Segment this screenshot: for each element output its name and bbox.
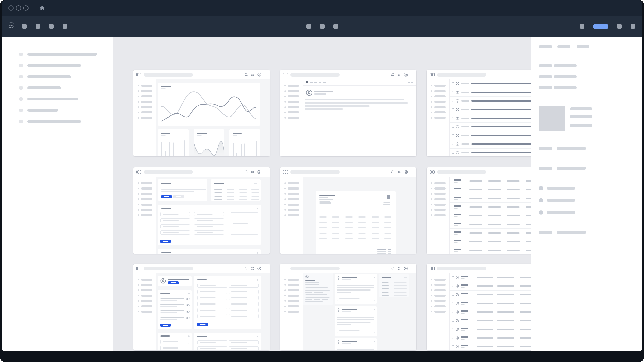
toolbar-center-button[interactable] bbox=[306, 24, 311, 29]
details-card bbox=[194, 276, 261, 329]
layer-icon bbox=[19, 86, 23, 90]
figma-logo-icon[interactable] bbox=[8, 22, 14, 31]
nav-label-placeholder bbox=[434, 193, 446, 195]
detail-placeholder bbox=[394, 292, 407, 293]
wf-nav-item bbox=[427, 88, 449, 94]
chart-bar bbox=[165, 151, 166, 156]
canvas-frame-email-detail[interactable] bbox=[280, 70, 416, 156]
text-line bbox=[337, 324, 375, 326]
sidebar-item[interactable] bbox=[19, 86, 113, 90]
sidebar-item[interactable] bbox=[19, 53, 113, 56]
sidebar-item[interactable] bbox=[19, 109, 113, 112]
sidebar-item[interactable] bbox=[19, 75, 113, 78]
wf-main bbox=[156, 177, 270, 254]
toolbar-right-button[interactable] bbox=[631, 24, 635, 29]
wf-nav-item bbox=[427, 115, 449, 120]
cell-placeholder bbox=[507, 232, 520, 234]
user-avatar-icon bbox=[456, 319, 459, 322]
cell-placeholder bbox=[345, 233, 353, 234]
wf-mini-sidebar bbox=[280, 273, 303, 350]
checkbox-icon bbox=[452, 152, 454, 154]
canvas-frame-analytics-dashboard[interactable] bbox=[133, 70, 270, 156]
wf-nav-item bbox=[427, 298, 449, 303]
bar-chart bbox=[161, 140, 185, 156]
inspector-tab[interactable] bbox=[577, 45, 589, 48]
wf-nav-item bbox=[427, 196, 449, 202]
nav-dot bbox=[284, 188, 286, 189]
wf-nav-item bbox=[280, 191, 303, 196]
canvas-frame-social-feed[interactable] bbox=[280, 264, 416, 350]
property-value-placeholder bbox=[557, 231, 586, 234]
share-button[interactable] bbox=[593, 24, 608, 29]
nav-label-placeholder bbox=[434, 111, 446, 113]
apps-grid-icon bbox=[398, 170, 401, 174]
inspector-tab[interactable] bbox=[539, 45, 552, 48]
wf-nav-item bbox=[280, 88, 303, 94]
wf-nav-item bbox=[280, 287, 303, 293]
invoice-meta-placeholder bbox=[319, 197, 328, 198]
sidebar-item[interactable] bbox=[19, 97, 113, 101]
style-row[interactable] bbox=[539, 186, 633, 198]
canvas-frame-invoice[interactable] bbox=[280, 167, 416, 254]
wf-nav-item bbox=[280, 277, 303, 282]
toolbar-tool-button[interactable] bbox=[22, 24, 27, 29]
nav-dot bbox=[284, 311, 286, 312]
text-line-placeholder bbox=[337, 287, 374, 288]
input-field bbox=[197, 346, 227, 350]
nav-label-placeholder bbox=[288, 305, 299, 307]
toolbar-right-button[interactable] bbox=[617, 24, 622, 29]
cell-placeholder bbox=[477, 320, 493, 321]
canvas-frame-settings-forms[interactable] bbox=[133, 167, 270, 254]
nav-label-placeholder bbox=[288, 284, 299, 286]
cell-placeholder bbox=[251, 189, 259, 190]
cell-placeholder bbox=[488, 206, 501, 208]
toolbar-tool-button[interactable] bbox=[63, 24, 67, 29]
toolbar-center-button[interactable] bbox=[333, 24, 338, 29]
cell-title-placeholder bbox=[454, 240, 461, 241]
canvas-frame-profile-settings[interactable] bbox=[133, 264, 270, 350]
card-menu-dot bbox=[374, 309, 375, 310]
input-field bbox=[197, 314, 227, 318]
nav-label-placeholder bbox=[434, 187, 446, 190]
nav-label-placeholder bbox=[434, 289, 446, 291]
nav-dot bbox=[138, 85, 139, 86]
toolbar-right-button[interactable] bbox=[580, 24, 584, 29]
profile-panel bbox=[303, 273, 333, 305]
name-placeholder bbox=[461, 336, 468, 338]
logo-square bbox=[387, 195, 390, 199]
post-meta-placeholder bbox=[342, 311, 351, 312]
nav-dot bbox=[431, 188, 432, 189]
wf-nav-item bbox=[280, 94, 303, 99]
sidebar-item[interactable] bbox=[19, 120, 113, 123]
search-pill-placeholder bbox=[437, 170, 486, 174]
style-row[interactable] bbox=[539, 198, 633, 210]
style-row[interactable] bbox=[539, 210, 633, 223]
checkbox-icon bbox=[452, 276, 454, 278]
toolbar-tool-button[interactable] bbox=[49, 24, 54, 29]
toggle-icon bbox=[186, 298, 190, 300]
cell-title-placeholder bbox=[454, 197, 461, 198]
window-control-minimize[interactable] bbox=[16, 5, 21, 11]
nav-dot bbox=[284, 300, 286, 302]
toolbar-tool-button[interactable] bbox=[36, 24, 40, 29]
window-control-maximize[interactable] bbox=[23, 5, 29, 11]
sidebar-item[interactable] bbox=[19, 64, 113, 67]
nav-dot bbox=[138, 295, 139, 296]
wf-nav-item bbox=[427, 104, 449, 110]
nav-dot bbox=[431, 214, 432, 216]
nav-dot bbox=[284, 193, 286, 195]
nav-label-placeholder bbox=[141, 111, 152, 113]
home-icon[interactable] bbox=[39, 5, 45, 11]
text-line-placeholder bbox=[337, 317, 374, 318]
preview-swatch[interactable] bbox=[539, 106, 565, 131]
apps-grid-icon bbox=[398, 267, 401, 270]
suggestion-row bbox=[382, 288, 407, 291]
window-control-close[interactable] bbox=[8, 5, 14, 11]
nav-label-placeholder bbox=[288, 117, 299, 119]
nav-label-placeholder bbox=[141, 187, 152, 190]
toolbar-center-button[interactable] bbox=[320, 24, 325, 29]
swatch-line-placeholder bbox=[570, 115, 592, 118]
inspector-tab[interactable] bbox=[557, 45, 570, 48]
text-line-placeholder bbox=[161, 189, 206, 190]
checkbox-icon bbox=[452, 285, 454, 287]
